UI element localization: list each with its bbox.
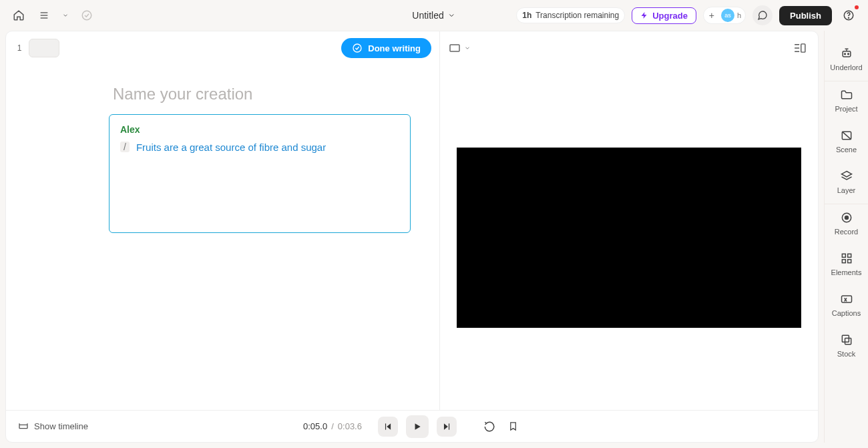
skip-back-icon <box>383 422 393 431</box>
upgrade-label: Upgrade <box>652 11 688 21</box>
chat-icon <box>757 10 768 21</box>
svg-rect-31 <box>842 335 849 342</box>
svg-rect-14 <box>385 423 386 429</box>
svg-rect-18 <box>843 51 851 57</box>
svg-rect-7 <box>450 45 459 51</box>
svg-rect-26 <box>842 254 845 257</box>
script-pane: 1 Done writing Name your creation Alex /… <box>6 31 440 410</box>
avatar: as <box>721 9 734 22</box>
video-preview[interactable] <box>457 148 801 328</box>
rail-elements[interactable]: Elements <box>825 245 868 286</box>
transcription-hours: 1h <box>522 11 531 20</box>
project-title-placeholder[interactable]: Name your creation <box>6 65 439 114</box>
loop-button[interactable] <box>482 419 497 434</box>
current-time: 0:05.0 <box>303 421 327 431</box>
chevron-down-icon <box>464 45 471 51</box>
layout-toggle[interactable] <box>791 39 809 57</box>
scene-icon <box>840 129 853 142</box>
collaborators[interactable]: + as h <box>703 7 746 24</box>
svg-rect-27 <box>847 254 851 257</box>
svg-point-6 <box>353 44 361 52</box>
slash-marker[interactable]: / <box>120 142 130 152</box>
svg-point-5 <box>849 17 849 18</box>
done-writing-label: Done writing <box>368 43 421 53</box>
transcription-label: Transcription remaining <box>535 11 619 20</box>
avatar-suffix: h <box>737 11 741 19</box>
robot-icon <box>840 47 853 60</box>
captions-icon <box>840 292 853 306</box>
outline-chevron-icon[interactable] <box>60 6 71 25</box>
notification-dot <box>855 5 859 9</box>
rail-scene[interactable]: Scene <box>825 122 868 163</box>
rail-record[interactable]: Record <box>825 204 868 245</box>
svg-rect-30 <box>841 296 851 302</box>
check-circle-icon <box>352 43 363 53</box>
folder-icon <box>840 88 853 101</box>
svg-rect-12 <box>19 425 27 428</box>
elements-icon <box>840 252 853 265</box>
outline-menu-icon[interactable] <box>35 6 53 25</box>
speaker-label[interactable]: Alex <box>120 124 399 135</box>
sync-status-icon <box>77 6 96 25</box>
play-icon <box>413 422 422 431</box>
scene-number: 1 <box>14 43 25 53</box>
show-timeline-button[interactable]: Show timeline <box>18 421 88 432</box>
rail-stock[interactable]: Stock <box>825 326 868 367</box>
svg-marker-13 <box>387 423 391 429</box>
home-icon[interactable] <box>9 6 28 25</box>
scene-thumbnail[interactable] <box>29 39 59 57</box>
rail-project[interactable]: Project <box>825 81 868 122</box>
svg-point-25 <box>845 216 848 220</box>
bookmark-icon <box>508 421 518 432</box>
svg-rect-32 <box>845 339 851 345</box>
time-sep: / <box>331 421 334 431</box>
help-icon <box>843 9 855 21</box>
record-icon <box>840 211 853 224</box>
svg-rect-29 <box>847 260 851 263</box>
rail-layer[interactable]: Layer <box>825 163 868 204</box>
stock-icon <box>840 333 853 347</box>
svg-rect-11 <box>801 44 805 52</box>
svg-point-3 <box>82 11 91 20</box>
svg-rect-17 <box>449 423 449 429</box>
publish-button[interactable]: Publish <box>779 6 832 25</box>
next-button[interactable] <box>437 417 457 437</box>
preview-pane <box>440 31 818 410</box>
done-writing-button[interactable]: Done writing <box>341 38 431 58</box>
svg-line-22 <box>842 132 851 140</box>
svg-point-20 <box>847 53 849 55</box>
layers-icon <box>840 170 853 183</box>
transcription-remaining: 1h Transcription remaining <box>516 7 625 23</box>
svg-marker-15 <box>415 423 420 429</box>
add-collaborator-icon[interactable]: + <box>705 9 718 22</box>
prev-button[interactable] <box>378 417 398 437</box>
comments-button[interactable] <box>752 5 773 25</box>
document-title-text: Untitled <box>412 10 443 21</box>
time-readout: 0:05.0 / 0:03.6 <box>303 421 362 431</box>
skip-forward-icon <box>442 422 451 431</box>
upgrade-button[interactable]: Upgrade <box>632 7 696 24</box>
show-timeline-label: Show timeline <box>34 421 88 431</box>
chevron-down-icon <box>448 11 456 19</box>
aspect-rect-icon <box>449 44 460 52</box>
layout-icon <box>794 43 806 53</box>
workspace: 1 Done writing Name your creation Alex /… <box>5 31 819 443</box>
bolt-icon <box>640 11 648 19</box>
bottom-bar: Show timeline 0:05.0 / 0:03.6 <box>6 410 818 442</box>
svg-point-19 <box>844 53 845 55</box>
rail-captions[interactable]: Captions <box>825 286 868 326</box>
document-title[interactable]: Untitled <box>412 10 455 21</box>
play-button[interactable] <box>406 415 429 438</box>
loop-icon <box>483 421 495 433</box>
aspect-ratio-selector[interactable] <box>449 44 471 52</box>
script-text[interactable]: Fruits are a great source of fibre and s… <box>136 142 326 153</box>
script-block[interactable]: Alex / Fruits are a great source of fibr… <box>109 114 411 233</box>
svg-rect-28 <box>842 260 845 263</box>
timeline-icon <box>18 421 29 432</box>
duration: 0:03.6 <box>338 421 362 431</box>
right-rail: Underlord Project Scene Layer Record Ele… <box>824 31 868 443</box>
rail-underlord[interactable]: Underlord <box>825 40 868 81</box>
svg-marker-23 <box>841 172 851 177</box>
bookmark-button[interactable] <box>506 419 521 434</box>
svg-marker-16 <box>444 423 448 429</box>
